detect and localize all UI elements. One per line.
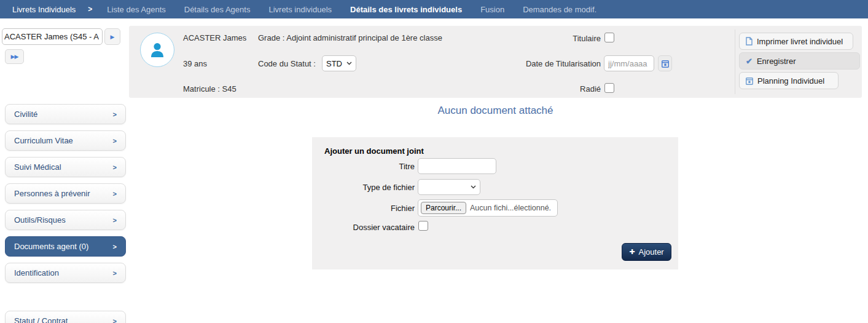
date-picker-button[interactable] [658, 55, 672, 71]
fichier-input[interactable]: Parcourir... Aucun fichi...électionné. [418, 199, 558, 217]
sidebar-item-label: Statut / Contrat [14, 316, 68, 323]
save-label: Enregistrer [757, 57, 796, 66]
date-titularisation-input[interactable] [604, 55, 654, 71]
sidebar-menu: Civilité > Curriculum Vitae > Suivi Médi… [5, 104, 126, 323]
titulaire-label: Titulaire [466, 34, 601, 43]
titre-input[interactable] [418, 158, 496, 174]
sidebar-item-identification[interactable]: Identification > [5, 263, 126, 283]
agent-selector-value: ACASTER James (S45 - A [4, 32, 99, 41]
type-fichier-label: Type de fichier [316, 183, 415, 192]
agent-header-panel: ACASTER James 39 ans Matricule : S45 Gra… [129, 26, 862, 98]
no-file-text: Aucun fichi...électionné. [470, 204, 551, 212]
add-document-form: Ajouter un document joint Titre Type de … [312, 137, 678, 269]
agent-age: 39 ans [183, 59, 207, 68]
sidebar-item-label: Suivi Médical [14, 162, 61, 172]
person-icon [147, 40, 167, 60]
plus-icon: ✚ [629, 248, 635, 256]
header-divider [735, 30, 735, 94]
code-statut-select[interactable]: STD [322, 55, 356, 71]
dossier-vacataire-checkbox[interactable] [418, 221, 428, 231]
nav-details-des-agents[interactable]: Détails des Agents [184, 5, 251, 14]
type-fichier-select[interactable] [418, 179, 480, 195]
app-screen: Livrets Individuels > Liste des Agents D… [0, 0, 868, 323]
check-icon: ✔ [746, 57, 753, 66]
document-icon [746, 37, 753, 46]
agent-grade: Grade : Adjoint administratif principal … [258, 33, 442, 42]
top-navbar: Livrets Individuels > Liste des Agents D… [0, 0, 868, 18]
agent-matricule: Matricule : S45 [183, 84, 237, 94]
fast-forward-icon: ▶▶ [11, 54, 18, 60]
nav-demandes-de-modif[interactable]: Demandes de modif. [523, 5, 596, 14]
sidebar-item-label: Curriculum Vitae [14, 136, 73, 145]
radie-label: Radié [466, 84, 601, 94]
add-document-button[interactable]: ✚ Ajouter [622, 243, 671, 261]
header-actions: Imprimer livret individuel ✔ Enregistrer… [739, 26, 862, 98]
chevron-right-icon: > [113, 164, 117, 171]
form-title: Ajouter un document joint [324, 146, 424, 156]
nav-liste-des-agents[interactable]: Liste des Agents [107, 5, 165, 14]
print-livret-button[interactable]: Imprimer livret individuel [739, 33, 853, 50]
chevron-right-icon: > [113, 269, 117, 277]
nav-fusion[interactable]: Fusion [480, 5, 504, 14]
sidebar-item-curriculum-vitae[interactable]: Curriculum Vitae > [5, 130, 126, 151]
titulaire-checkbox[interactable] [604, 33, 614, 42]
navbar-brand[interactable]: Livrets Individuels [12, 5, 76, 14]
chevron-right-icon: > [113, 137, 117, 145]
chevron-right-icon: > [113, 317, 117, 323]
save-button[interactable]: ✔ Enregistrer [739, 52, 860, 70]
sidebar-item-label: Personnes à prévenir [14, 189, 90, 198]
breadcrumb-separator: > [88, 5, 92, 14]
print-livret-label: Imprimer livret individuel [757, 37, 843, 46]
chevron-down-icon [346, 62, 352, 65]
agent-name: ACASTER James [183, 33, 246, 42]
chevron-right-icon: > [113, 190, 117, 197]
chevron-right-icon: > [113, 243, 117, 250]
calendar-icon [746, 77, 753, 85]
sidebar-item-statut-contrat[interactable]: Statut / Contrat > [5, 311, 126, 323]
empty-documents-message: Aucun document attaché [129, 105, 862, 117]
chevron-right-icon: > [113, 217, 117, 224]
sidebar-item-label: Documents agent (0) [14, 242, 88, 251]
sidebar-item-personnes-a-prevenir[interactable]: Personnes à prévenir > [5, 183, 126, 204]
sidebar-item-label: Outils/Risques [14, 215, 66, 225]
chevron-right-icon: > [113, 111, 117, 118]
sidebar-item-suivi-medical[interactable]: Suivi Médical > [5, 157, 126, 177]
sidebar-item-civilite[interactable]: Civilité > [5, 104, 126, 124]
code-statut-label: Code du Statut : [258, 59, 316, 68]
sidebar-item-label: Civilité [14, 110, 37, 119]
fichier-label: Fichier [316, 204, 415, 213]
play-icon: ▶ [111, 34, 115, 40]
code-statut-value: STD [326, 59, 342, 68]
date-titularisation-label: Date de Titularisation [466, 59, 601, 68]
planning-individuel-label: Planning Individuel [757, 76, 824, 86]
fast-forward-agent-button[interactable]: ▶▶ [5, 49, 24, 64]
add-document-label: Ajouter [639, 247, 664, 257]
sidebar-item-outils-risques[interactable]: Outils/Risques > [5, 210, 126, 230]
sidebar-item-documents-agent[interactable]: Documents agent (0) > [5, 236, 126, 257]
sidebar-item-label: Identification [14, 268, 59, 277]
titre-label: Titre [316, 162, 415, 171]
agent-selector[interactable]: ACASTER James (S45 - A [2, 28, 103, 45]
avatar [140, 33, 174, 67]
chevron-down-icon [471, 185, 476, 189]
nav-details-des-livrets-individuels[interactable]: Détails des livrets individuels [350, 5, 462, 14]
calendar-icon [662, 60, 669, 68]
browse-button[interactable]: Parcourir... [421, 202, 466, 214]
radie-checkbox[interactable] [604, 83, 614, 93]
nav-livrets-individuels[interactable]: Livrets individuels [268, 5, 332, 14]
next-agent-button[interactable]: ▶ [104, 28, 120, 45]
dossier-vacataire-label: Dossier vacataire [316, 223, 415, 232]
planning-individuel-button[interactable]: Planning Individuel [739, 72, 839, 89]
